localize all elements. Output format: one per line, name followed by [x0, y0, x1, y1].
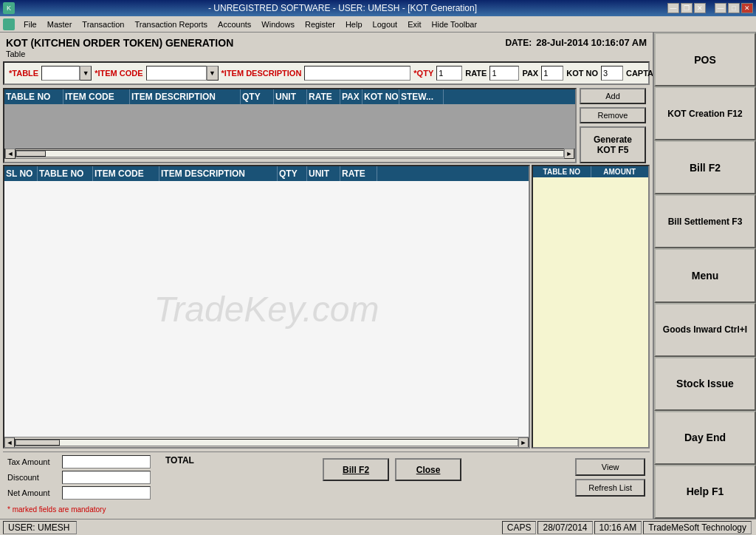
status-caps: CAPS	[502, 521, 537, 534]
upper-grid-header: TABLE NO ITEM CODE ITEM DESCRIPTION QTY …	[4, 89, 575, 104]
tax-input[interactable]	[62, 455, 151, 468]
inner-min-btn[interactable]: —	[667, 3, 679, 13]
view-button[interactable]: View	[575, 458, 645, 476]
scroll-track	[16, 150, 564, 157]
add-button[interactable]: Add	[580, 88, 646, 104]
menu-transaction-reports[interactable]: Transaction Reports	[130, 18, 212, 30]
lower-col-rate: RATE	[340, 166, 377, 181]
lower-scrollbar[interactable]: ◄ ►	[4, 437, 529, 447]
lower-scroll-thumb[interactable]	[16, 440, 60, 446]
menu-exit[interactable]: Exit	[403, 18, 425, 30]
discount-label: Discount	[7, 473, 59, 482]
generate-kot-button[interactable]: Generate KOT F5	[580, 126, 646, 163]
watermark: TradeKey.com	[154, 289, 379, 330]
discount-input[interactable]	[62, 471, 151, 484]
amount-col-amount: AMOUNT	[591, 166, 649, 177]
title-bar-text: - UNREGISTRED SOFTWARE - USER: UMESH - […	[18, 3, 667, 13]
inner-close-btn[interactable]: ✕	[694, 3, 706, 13]
outer-min-btn[interactable]: —	[715, 3, 726, 13]
kotno-input[interactable]: 3	[601, 66, 623, 81]
menu-hide-toolbar[interactable]: Hide Toolbar	[427, 18, 482, 30]
menu-register[interactable]: Register	[300, 18, 340, 30]
menu-file[interactable]: File	[19, 18, 41, 30]
totals-section: Tax Amount Discount Net Amount	[7, 455, 151, 500]
amount-panel: TABLE NO AMOUNT	[532, 165, 650, 449]
lower-col-slno: SL NO	[4, 166, 38, 181]
status-time: 10:16 AM	[594, 521, 642, 534]
lower-col-qty: QTY	[278, 166, 307, 181]
col-kotno: KOT NO	[362, 89, 399, 104]
upper-grid-body	[4, 104, 575, 149]
net-label: Net Amount	[7, 488, 59, 497]
itemdesc-input[interactable]	[304, 66, 410, 81]
menu-windows[interactable]: Windows	[257, 18, 299, 30]
lower-col-itemcode: ITEM CODE	[93, 166, 159, 181]
scroll-right-btn[interactable]: ►	[564, 149, 574, 159]
tax-label: Tax Amount	[7, 457, 59, 466]
menu-master[interactable]: Master	[43, 18, 77, 30]
table-input[interactable]	[41, 66, 80, 81]
menu-help[interactable]: Help	[341, 18, 367, 30]
pax-input[interactable]: 1	[541, 66, 563, 81]
scroll-left-btn[interactable]: ◄	[5, 149, 16, 159]
close-label: Close	[416, 465, 441, 475]
lower-scroll-right[interactable]: ►	[518, 437, 529, 448]
col-tableno: TABLE NO	[4, 89, 63, 104]
kot-title: KOT (KITCHEN ORDER TOKEN) GENERATION	[6, 37, 233, 49]
mandatory-note: * marked fields are mandatory	[3, 502, 650, 516]
kot-creation-button[interactable]: KOT Creation F12	[654, 86, 756, 140]
status-brand: TradeMeSoft Technology	[643, 521, 752, 534]
goods-inward-button[interactable]: Goods Inward Ctrl+I	[654, 303, 756, 357]
menu-app-icon	[3, 18, 15, 30]
title-bar: K - UNREGISTRED SOFTWARE - USER: UMESH -…	[0, 0, 756, 16]
bill-settlement-button[interactable]: Bill Settlement F3	[654, 194, 756, 248]
pax-label: PAX	[522, 69, 538, 78]
col-unit: UNIT	[274, 89, 307, 104]
col-stew: STEW...	[399, 89, 444, 104]
stock-issue-button[interactable]: Stock Issue	[654, 357, 756, 411]
rate-label: RATE	[465, 69, 487, 78]
bill-f2-label: Bill F2	[343, 465, 369, 475]
inner-restore-btn[interactable]: ❐	[681, 3, 693, 13]
qty-input[interactable]: 1	[436, 66, 462, 81]
itemcode-input[interactable]	[146, 66, 207, 81]
bill-f2-button[interactable]: Bill F2	[323, 458, 389, 481]
app-icon: K	[3, 2, 15, 14]
itemcode-combo-btn[interactable]: ▼	[207, 66, 219, 81]
rate-input[interactable]: 1	[489, 66, 519, 81]
right-nav-panel: POS KOT Creation F12 Bill F2 Bill Settle…	[653, 33, 756, 519]
amount-col-tableno: TABLE NO	[533, 166, 591, 177]
pos-button[interactable]: POS	[654, 33, 756, 86]
itemcode-label: *ITEM CODE	[94, 69, 142, 78]
col-rate: RATE	[307, 89, 340, 104]
help-f1-button[interactable]: Help F1	[654, 465, 756, 519]
net-input[interactable]	[62, 486, 151, 500]
menu-logout[interactable]: Logout	[368, 18, 402, 30]
right-bill-f2-button[interactable]: Bill F2	[654, 140, 756, 194]
lower-scroll-left[interactable]: ◄	[4, 437, 15, 448]
refresh-button[interactable]: Refresh List	[575, 479, 645, 497]
lower-col-itemdesc: ITEM DESCRIPTION	[159, 166, 278, 181]
qty-label: *QTY	[413, 69, 433, 78]
kotno-label: KOT NO	[566, 69, 598, 78]
status-date: 28/07/2014	[537, 521, 592, 534]
close-button[interactable]: Close	[395, 458, 461, 481]
col-itemcode: ITEM CODE	[63, 89, 130, 104]
captain-label: CAPTAIN	[626, 69, 653, 78]
menu-bar: File Master Transaction Transaction Repo…	[0, 16, 756, 33]
col-itemdesc: ITEM DESCRIPTION	[130, 89, 241, 104]
menu-accounts[interactable]: Accounts	[213, 18, 255, 30]
col-pax: PAX	[340, 89, 362, 104]
upper-grid-scrollbar[interactable]: ◄ ►	[4, 149, 575, 159]
remove-button[interactable]: Remove	[580, 107, 646, 123]
table-combo-btn[interactable]: ▼	[80, 66, 92, 81]
lower-scroll-track	[15, 439, 518, 446]
day-end-button[interactable]: Day End	[654, 411, 756, 465]
outer-close-btn[interactable]: ✕	[741, 3, 753, 13]
menu-nav-button[interactable]: Menu	[654, 248, 756, 302]
outer-max-btn[interactable]: □	[728, 3, 740, 13]
lower-grid-body: TradeKey.com	[4, 181, 529, 437]
lower-grid-header: SL NO TABLE NO ITEM CODE ITEM DESCRIPTIO…	[4, 166, 529, 181]
scroll-thumb[interactable]	[16, 151, 46, 157]
menu-transaction[interactable]: Transaction	[78, 18, 128, 30]
